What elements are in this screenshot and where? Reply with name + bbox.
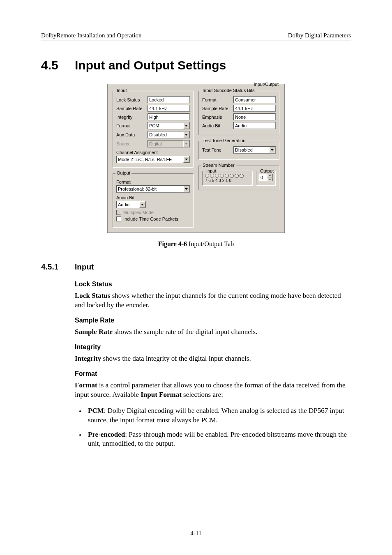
timecode-checkbox[interactable]	[116, 216, 121, 221]
bit-dot	[205, 174, 209, 178]
figure-caption-text: Input/Output Tab	[187, 240, 234, 247]
svg-marker-0	[185, 125, 188, 127]
subcode-group: Input Subcode Status Bits Format Consume…	[198, 91, 279, 135]
chevron-down-icon[interactable]	[183, 186, 189, 192]
svg-marker-3	[185, 159, 188, 160]
header-right: Dolby Digital Parameters	[288, 32, 351, 39]
output-group: Output Format Professional: 32-bit Audio…	[113, 173, 194, 228]
multiplex-checkbox	[116, 210, 121, 215]
output-format-label: Format	[116, 180, 190, 184]
lockstatus-field: Locked	[148, 96, 190, 103]
section-heading: 4.5 Input and Output Settings	[41, 58, 351, 72]
samplerate-heading: Sample Rate	[75, 317, 351, 324]
header-left: DolbyRemote Installation and Operation	[41, 32, 142, 39]
multiplex-label: Multiplex Mode	[123, 210, 154, 215]
format-paragraph: Format is a control parameter that allow…	[75, 381, 351, 400]
chassign-dropdown[interactable]: Mode 2: L/C, R/Ls, Rs/LFE	[116, 156, 190, 163]
auxdata-dropdown-value: Disabled	[148, 132, 168, 137]
bit-dot	[235, 174, 239, 178]
subsection-number: 4.5.1	[41, 263, 75, 272]
integrity-heading: Integrity	[75, 343, 351, 351]
integrity-label: Integrity	[116, 115, 148, 120]
svg-marker-8	[269, 179, 271, 180]
chassign-label: Channel Assignment	[116, 150, 190, 155]
integrity-term: Integrity	[75, 355, 101, 362]
samplerate-text: shows the sample rate of the digital inp…	[113, 328, 257, 336]
subsection-title: Input	[75, 263, 94, 272]
chassign-dropdown-value: Mode 2: L/C, R/Ls, Rs/LFE	[117, 157, 173, 162]
lockstatus-term: Lock Status	[75, 292, 110, 299]
stream-bit-numbers: 7 6 5 4 3 2 1 0	[205, 178, 250, 183]
auxdata-dropdown[interactable]: Disabled	[148, 131, 190, 138]
figure-caption: Figure 4-6 Input/Output Tab	[41, 240, 351, 248]
source-dropdown-value: Digital	[148, 141, 163, 146]
chevron-down-icon[interactable]	[183, 131, 189, 138]
lockstatus-text: shows whether the input channels for the…	[75, 292, 341, 309]
samplerate-paragraph: Sample Rate shows the sample rate of the…	[75, 327, 351, 337]
format-dropdown[interactable]: PCM	[148, 122, 190, 129]
chevron-down-icon[interactable]	[183, 156, 189, 163]
tab-label: Input/Output	[254, 82, 279, 87]
svg-marker-5	[141, 204, 144, 205]
integrity-paragraph: Integrity shows the data integrity of th…	[75, 354, 351, 364]
preencoded-text: : Pass-through mode will be enabled. Pre…	[88, 431, 347, 448]
list-item: Pre-encoded: Pass-through mode will be e…	[85, 430, 351, 449]
spinner-down-icon[interactable]	[267, 177, 273, 181]
input-legend: Input	[115, 88, 128, 93]
testtone-group: Test Tone Generation Test Tone Disabled	[198, 141, 279, 160]
stream-output-group: Output 0	[256, 171, 276, 186]
preencoded-term: Pre-encoded	[88, 431, 125, 438]
input-group: Input Lock Status Locked Sample Rate 44.…	[113, 91, 194, 168]
bit-dot	[215, 174, 219, 178]
testtone-dropdown[interactable]: Disabled	[233, 146, 276, 154]
stream-group: Stream Number Input	[198, 166, 279, 190]
chevron-down-icon[interactable]	[139, 201, 145, 208]
stream-input-group: Input	[202, 171, 253, 186]
spinner-up-icon[interactable]	[267, 174, 273, 177]
stream-output-value: 0	[259, 174, 267, 181]
svg-marker-2	[185, 143, 188, 145]
output-audiobit-dropdown[interactable]: Audio	[116, 201, 146, 208]
subcode-samplerate-label: Sample Rate	[202, 106, 233, 111]
integrity-field: High	[148, 113, 190, 120]
output-audiobit-value: Audio	[117, 202, 131, 207]
source-dropdown: Digital	[148, 140, 190, 147]
stream-input-legend: Input	[205, 168, 217, 173]
chevron-down-icon	[183, 140, 189, 147]
integrity-text: shows the data integrity of the digital …	[101, 355, 251, 362]
format-term2: Input Format	[141, 391, 182, 398]
output-audiobit-label: Audio Bit	[116, 195, 190, 200]
testtone-value: Disabled	[234, 147, 254, 152]
pcm-text: : Dolby Digital encoding will be enabled…	[88, 407, 344, 424]
chevron-down-icon[interactable]	[183, 122, 189, 129]
bit-dot	[230, 174, 234, 178]
subcode-emphasis-label: Emphasis	[202, 115, 233, 120]
bit-dot	[210, 174, 214, 178]
bit-dot	[240, 174, 244, 178]
subcode-legend: Input Subcode Status Bits	[201, 88, 256, 93]
format-dropdown-value: PCM	[148, 123, 160, 128]
stream-output-spinner[interactable]: 0	[259, 174, 273, 181]
format-term1: Format	[75, 381, 97, 389]
section-title: Input and Output Settings	[75, 58, 226, 72]
samplerate-field: 44.1 kHz	[148, 105, 190, 112]
subcode-audiobit-label: Audio Bit	[202, 123, 233, 128]
subcode-audiobit-field: Audio	[233, 122, 276, 129]
output-format-value: Professional: 32-bit	[117, 187, 158, 191]
bit-dot	[225, 174, 229, 178]
svg-marker-6	[271, 149, 274, 151]
output-format-dropdown[interactable]: Professional: 32-bit	[116, 185, 190, 193]
samplerate-label: Sample Rate	[116, 106, 148, 111]
testtone-legend: Test Tone Generation	[201, 138, 247, 143]
testtone-label: Test Tone	[202, 147, 233, 152]
lockstatus-paragraph: Lock Status shows whether the input chan…	[75, 291, 351, 310]
output-legend: Output	[115, 170, 131, 175]
auxdata-label: Aux Data	[116, 132, 148, 137]
samplerate-term: Sample Rate	[75, 328, 113, 336]
timecode-label: Include Time Code Packets	[123, 216, 178, 221]
stream-output-legend: Output	[259, 168, 275, 173]
chevron-down-icon[interactable]	[269, 147, 275, 153]
figure-label: Figure 4-6	[158, 240, 187, 247]
subcode-emphasis-field: None	[233, 113, 276, 120]
pcm-term: PCM	[88, 407, 104, 415]
